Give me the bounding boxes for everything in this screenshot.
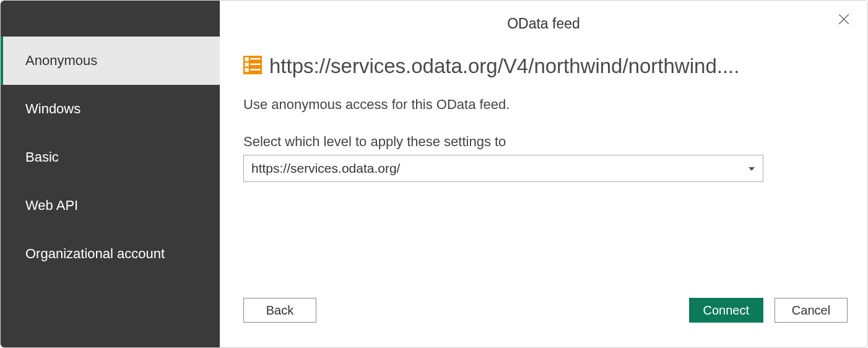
back-button[interactable]: Back (243, 298, 316, 323)
close-button[interactable] (836, 13, 851, 28)
svg-rect-6 (250, 58, 260, 60)
level-select[interactable]: https://services.odata.org/ (243, 155, 763, 182)
sidebar-item-label: Organizational account (25, 246, 165, 261)
odata-feed-dialog: Anonymous Windows Basic Web API Organiza… (0, 0, 868, 348)
close-icon (838, 14, 849, 27)
sidebar-item-basic[interactable]: Basic (1, 133, 220, 181)
odata-table-icon (243, 56, 262, 77)
connect-button[interactable]: Connect (689, 298, 764, 323)
level-label: Select which level to apply these settin… (240, 134, 848, 150)
auth-sidebar: Anonymous Windows Basic Web API Organiza… (1, 1, 220, 347)
sidebar-item-anonymous[interactable]: Anonymous (1, 37, 220, 85)
auth-description: Use anonymous access for this OData feed… (240, 97, 848, 113)
sidebar-item-organizational-account[interactable]: Organizational account (1, 230, 220, 278)
sidebar-item-label: Basic (25, 149, 59, 165)
svg-rect-4 (245, 63, 249, 66)
svg-rect-3 (245, 58, 249, 61)
level-select-value: https://services.odata.org/ (251, 161, 400, 176)
sidebar-item-label: Anonymous (25, 53, 97, 68)
sidebar-item-windows[interactable]: Windows (1, 85, 220, 133)
chevron-down-icon (748, 161, 755, 176)
sidebar-item-web-api[interactable]: Web API (1, 181, 220, 230)
sidebar-item-label: Web API (25, 198, 78, 213)
feed-url: https://services.odata.org/V4/northwind/… (269, 54, 739, 78)
dialog-title: OData feed (240, 15, 848, 32)
cancel-button[interactable]: Cancel (775, 298, 848, 323)
dialog-footer: Back Connect Cancel (240, 298, 848, 323)
svg-marker-9 (749, 167, 755, 171)
svg-rect-5 (245, 68, 249, 72)
svg-rect-7 (250, 64, 260, 66)
sidebar-item-label: Windows (25, 101, 80, 116)
url-heading: https://services.odata.org/V4/northwind/… (240, 54, 848, 78)
svg-rect-8 (250, 69, 260, 71)
main-panel: OData feed htt (220, 1, 867, 347)
